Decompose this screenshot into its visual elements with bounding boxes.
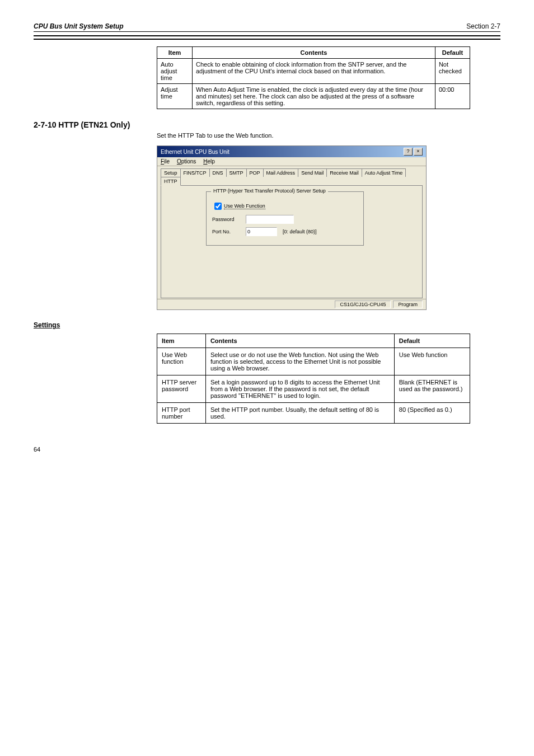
- table-row: Auto adjust time Check to enable obtaini…: [157, 59, 470, 84]
- tab-setup[interactable]: Setup: [161, 168, 181, 177]
- tab-dns[interactable]: DNS: [209, 168, 227, 177]
- portno-row: Port No. [0: default (80)]: [212, 227, 358, 236]
- menubar: File Options Help: [157, 157, 426, 166]
- tab-auto-adjust-time[interactable]: Auto Adjust Time: [362, 168, 406, 177]
- tab-strip: Setup FINS/TCP DNS SMTP POP Mail Address…: [157, 166, 426, 186]
- tab-mail-address[interactable]: Mail Address: [263, 168, 299, 177]
- titlebar: Ethernet Unit CPU Bus Unit ? ×: [157, 146, 426, 157]
- portno-label: Port No.: [212, 229, 246, 234]
- header-left: CPU Bus Unit System Setup: [34, 22, 124, 30]
- col-default: Default: [394, 334, 470, 348]
- tab-smtp[interactable]: SMTP: [226, 168, 247, 177]
- settings-table: Item Contents Default Use Web function S…: [157, 334, 470, 424]
- tab-send-mail[interactable]: Send Mail: [298, 168, 327, 177]
- use-web-label: Use Web Function: [224, 203, 265, 209]
- help-button[interactable]: ?: [404, 148, 413, 156]
- portno-hint: [0: default (80)]: [283, 229, 317, 234]
- status-mode: Program: [393, 300, 423, 308]
- dialog-screenshot: Ethernet Unit CPU Bus Unit ? × File Opti…: [157, 145, 427, 310]
- header-right: Section 2-7: [466, 22, 500, 30]
- tab-pop[interactable]: POP: [246, 168, 264, 177]
- col-contents: Contents: [193, 47, 435, 59]
- tab-http[interactable]: HTTP: [161, 177, 181, 186]
- section-bar: [34, 35, 500, 40]
- table-row: HTTP port number Set the HTTP port numbe…: [157, 403, 470, 424]
- statusbar: CS1G/CJ1G-CPU45 Program: [157, 299, 426, 309]
- auto-adjust-table: Item Contents Default Auto adjust time C…: [157, 46, 470, 109]
- dialog-title: Ethernet Unit CPU Bus Unit: [161, 149, 229, 155]
- use-web-checkbox[interactable]: [214, 203, 222, 210]
- section-title: 2-7-10 HTTP (ETN21 Only): [34, 120, 500, 129]
- col-contents: Contents: [205, 334, 394, 348]
- tab-panel: HTTP (Hyper Text Transfer Protocol) Serv…: [161, 185, 423, 298]
- menu-options[interactable]: Options: [177, 158, 196, 165]
- settings-subtitle: Settings: [34, 321, 500, 329]
- password-input[interactable]: [246, 215, 294, 224]
- col-item: Item: [157, 334, 206, 348]
- use-web-row: Use Web Function: [212, 201, 358, 212]
- close-button[interactable]: ×: [414, 148, 423, 156]
- page-header: CPU Bus Unit System Setup Section 2-7: [34, 22, 500, 32]
- status-cpu: CS1G/CJ1G-CPU45: [335, 300, 391, 308]
- portno-input[interactable]: [246, 227, 277, 236]
- groupbox-title: HTTP (Hyper Text Transfer Protocol) Serv…: [211, 188, 328, 194]
- http-groupbox: HTTP (Hyper Text Transfer Protocol) Serv…: [206, 191, 364, 246]
- table-row: Adjust time When Auto Adjust Time is ena…: [157, 84, 470, 109]
- tab-finstcp[interactable]: FINS/TCP: [180, 168, 210, 177]
- menu-file[interactable]: File: [161, 158, 170, 165]
- tab-receive-mail[interactable]: Receive Mail: [326, 168, 362, 177]
- section-description: Set the HTTP Tab to use the Web function…: [157, 132, 500, 140]
- col-item: Item: [157, 47, 193, 59]
- page-number: 64: [34, 446, 500, 453]
- col-default: Default: [435, 47, 470, 59]
- titlebar-buttons: ? ×: [404, 148, 423, 156]
- menu-help[interactable]: Help: [203, 158, 215, 165]
- password-label: Password: [212, 217, 246, 222]
- table-row: HTTP server password Set a login passwor…: [157, 375, 470, 403]
- table-row: Use Web function Select use or do not us…: [157, 348, 470, 375]
- password-row: Password: [212, 215, 358, 224]
